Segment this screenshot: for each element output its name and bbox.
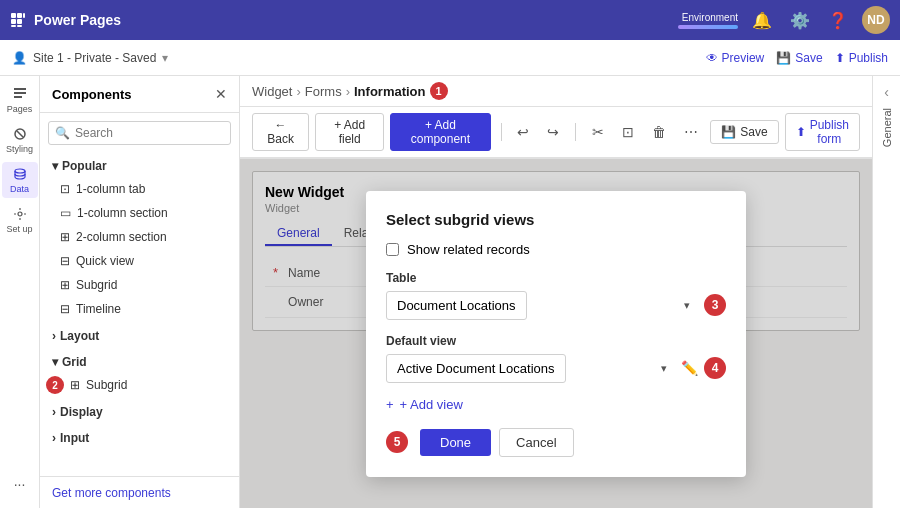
undo-button[interactable]: ↩ xyxy=(511,120,535,144)
svg-rect-0 xyxy=(11,13,16,18)
save-top-button[interactable]: 💾 Save xyxy=(776,51,822,65)
save-button[interactable]: 💾 Save xyxy=(710,120,778,144)
breadcrumb-current: Information xyxy=(354,84,426,99)
search-input[interactable] xyxy=(48,121,231,145)
toolbar-right: 💾 Save ⬆ Publish form xyxy=(710,113,860,151)
subgrid-badge-2: 2 xyxy=(46,376,64,394)
settings-icon[interactable]: ⚙️ xyxy=(786,7,814,34)
second-bar-actions: 👁 Preview 💾 Save ⬆ Publish xyxy=(706,51,888,65)
show-related-checkbox[interactable] xyxy=(386,243,399,256)
section-layout-toggle[interactable]: › Layout xyxy=(40,325,239,347)
avatar[interactable]: ND xyxy=(862,6,890,34)
panel-general-label[interactable]: General xyxy=(877,100,897,155)
environment-badge: Environment xyxy=(678,12,738,29)
2col-section-label: 2-column section xyxy=(76,230,167,244)
svg-rect-5 xyxy=(11,25,16,27)
2col-section-icon: ⊞ xyxy=(60,230,70,244)
svg-point-11 xyxy=(15,169,25,173)
cut-button[interactable]: ✂ xyxy=(586,120,610,144)
breadcrumb-sep-1: › xyxy=(296,84,300,99)
toolbar: ← Back + Add field + Add component ↩ ↪ ✂… xyxy=(240,107,872,158)
publish-button[interactable]: ⬆ Publish form xyxy=(785,113,860,151)
notification-icon[interactable]: 🔔 xyxy=(748,7,776,34)
right-panel: ‹ General xyxy=(872,76,900,508)
svg-point-12 xyxy=(18,212,22,216)
quick-view-icon: ⊟ xyxy=(60,254,70,268)
add-view-row[interactable]: + + Add view xyxy=(386,397,726,412)
nav-item-styling[interactable]: Styling xyxy=(2,122,38,158)
top-bar-left: Power Pages xyxy=(10,12,121,28)
panel-chevron-icon[interactable]: ‹ xyxy=(884,84,889,100)
section-popular-label: Popular xyxy=(62,159,107,173)
back-button[interactable]: ← Back xyxy=(252,113,309,151)
breadcrumb: Widget › Forms › Information 1 xyxy=(252,82,448,100)
default-view-badge-4: 4 xyxy=(704,357,726,379)
publish-top-button[interactable]: ⬆ Publish xyxy=(835,51,888,65)
edit-icon[interactable]: ✏️ xyxy=(681,360,698,376)
copy-button[interactable]: ⊡ xyxy=(616,120,640,144)
modal-title: Select subgrid views xyxy=(386,211,726,228)
sidebar-section-layout: › Layout xyxy=(40,323,239,349)
table-select-wrapper: Document Locations xyxy=(386,291,698,320)
section-popular-toggle[interactable]: ▾ Popular xyxy=(40,155,239,177)
nav-item-more[interactable]: ··· xyxy=(2,466,38,502)
svg-rect-2 xyxy=(23,13,25,18)
sidebar-item-1col-tab[interactable]: ⊡ 1-column tab xyxy=(40,177,239,201)
top-bar-right: Environment 🔔 ⚙️ ❓ ND xyxy=(678,6,890,34)
sidebar-section-popular: ▾ Popular ⊡ 1-column tab ▭ 1-column sect… xyxy=(40,153,239,323)
table-badge-3: 3 xyxy=(704,294,726,316)
help-icon[interactable]: ❓ xyxy=(824,7,852,34)
svg-rect-4 xyxy=(17,19,22,24)
section-input-label: Input xyxy=(60,431,89,445)
breadcrumb-forms[interactable]: Forms xyxy=(305,84,342,99)
redo-button[interactable]: ↪ xyxy=(541,120,565,144)
popular-chevron-icon: ▾ xyxy=(52,159,58,173)
nav-item-pages[interactable]: Pages xyxy=(2,82,38,118)
table-select[interactable]: Document Locations xyxy=(386,291,527,320)
sidebar-item-2col-section[interactable]: ⊞ 2-column section xyxy=(40,225,239,249)
nav-item-setup[interactable]: Set up xyxy=(2,202,38,238)
sidebar-item-1col-section[interactable]: ▭ 1-column section xyxy=(40,201,239,225)
sidebar-item-subgrid-popular[interactable]: ⊞ Subgrid xyxy=(40,273,239,297)
site-info: 👤 Site 1 - Private - Saved ▾ xyxy=(12,51,168,65)
table-label: Table xyxy=(386,271,726,285)
site-icon: 👤 xyxy=(12,51,27,65)
svg-rect-9 xyxy=(14,96,22,98)
modal-table-row: Document Locations 3 xyxy=(386,291,726,320)
section-grid-toggle[interactable]: ▾ Grid xyxy=(40,351,239,373)
section-input-toggle[interactable]: › Input xyxy=(40,427,239,449)
save-icon: 💾 xyxy=(721,125,736,139)
preview-button[interactable]: 👁 Preview xyxy=(706,51,765,65)
breadcrumb-bar: Widget › Forms › Information 1 xyxy=(240,76,872,107)
content-area: Widget › Forms › Information 1 ← Back + … xyxy=(240,76,872,508)
modal: Select subgrid views Show related record… xyxy=(366,191,746,477)
svg-rect-7 xyxy=(14,88,26,90)
add-component-button[interactable]: + Add component xyxy=(390,113,490,151)
sidebar-item-subgrid-grid[interactable]: 2 ⊞ Subgrid xyxy=(40,373,239,397)
cancel-button[interactable]: Cancel xyxy=(499,428,573,457)
delete-button[interactable]: 🗑 xyxy=(646,120,672,144)
svg-rect-1 xyxy=(17,13,22,18)
save-label: Save xyxy=(740,125,767,139)
more-button[interactable]: ⋯ xyxy=(678,120,704,144)
svg-rect-6 xyxy=(17,25,22,27)
publish-icon: ⬆ xyxy=(796,125,806,139)
second-bar: 👤 Site 1 - Private - Saved ▾ 👁 Preview 💾… xyxy=(0,40,900,76)
site-chevron-icon[interactable]: ▾ xyxy=(162,51,168,65)
section-display-toggle[interactable]: › Display xyxy=(40,401,239,423)
search-icon: 🔍 xyxy=(55,126,70,140)
sidebar-item-quick-view[interactable]: ⊟ Quick view xyxy=(40,249,239,273)
environment-label: Environment xyxy=(682,12,738,23)
save-top-icon: 💾 xyxy=(776,51,791,65)
get-more-label[interactable]: Get more components xyxy=(52,486,171,500)
default-view-select[interactable]: Active Document Locations xyxy=(386,354,566,383)
site-label: Site 1 - Private - Saved xyxy=(33,51,156,65)
sidebar-close-icon[interactable]: ✕ xyxy=(215,86,227,102)
publish-top-icon: ⬆ xyxy=(835,51,845,65)
breadcrumb-widget[interactable]: Widget xyxy=(252,84,292,99)
add-field-button[interactable]: + Add field xyxy=(315,113,384,151)
sidebar-item-timeline[interactable]: ⊟ Timeline xyxy=(40,297,239,321)
app-grid-icon[interactable] xyxy=(10,12,26,28)
done-button[interactable]: Done xyxy=(420,429,491,456)
nav-item-data[interactable]: Data xyxy=(2,162,38,198)
